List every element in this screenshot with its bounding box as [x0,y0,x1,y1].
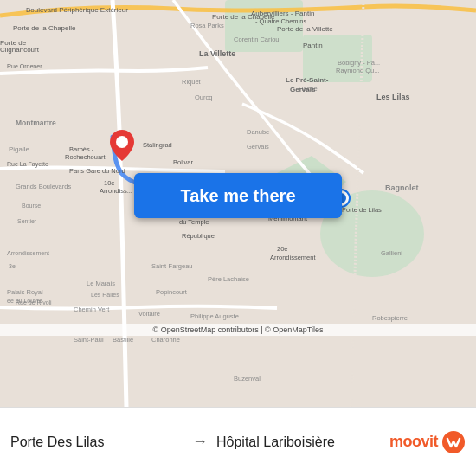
svg-text:Le Marais: Le Marais [87,280,115,287]
svg-text:Danube: Danube [247,128,269,136]
svg-text:Saint-Fargeau: Saint-Fargeau [151,262,193,270]
svg-text:Arrondissement: Arrondissement [7,250,49,256]
svg-text:Porte de la Chapelle: Porte de la Chapelle [212,13,275,21]
svg-text:Pigalle: Pigalle [9,145,30,153]
svg-text:Rue La Fayette: Rue La Fayette [7,161,48,168]
svg-text:Ourcq: Ourcq [195,93,212,101]
svg-text:Rue Ordener: Rue Ordener [7,63,42,69]
svg-text:Gervais: Gervais [247,143,269,151]
moovit-logo-icon [441,430,466,454]
svg-text:Les Halles: Les Halles [91,292,119,298]
svg-text:République: République [182,232,215,240]
svg-text:Arrondissement: Arrondissement [270,254,316,261]
svg-text:Bobigny - Pa...: Bobigny - Pa... [338,59,380,67]
route-info-bar: Porte Des Lilas → Hôpital Lariboisière m… [0,407,476,476]
svg-text:Rochechouart: Rochechouart [65,153,106,161]
map-attribution: © OpenStreetMap contributors | © OpenMap… [0,324,476,336]
svg-text:Rosa Parks: Rosa Parks [190,22,224,29]
svg-text:Charonne: Charonne [151,336,180,344]
svg-text:Buzenval: Buzenval [234,375,261,383]
svg-text:Barbès -: Barbès - [69,145,94,153]
svg-text:Arrondiss...: Arrondiss... [100,187,132,195]
svg-text:Corentin Cariou: Corentin Cariou [234,35,280,43]
svg-text:Bolivar: Bolivar [173,158,193,166]
svg-text:Bourse: Bourse [22,203,41,209]
origin-marker [110,130,134,164]
svg-text:Clignancourt: Clignancourt [0,46,40,54]
svg-text:3e: 3e [9,263,16,269]
svg-text:Porte de Lilas: Porte de Lilas [342,206,382,214]
svg-text:Voltaire: Voltaire [138,310,160,318]
svg-text:Le Pré-Saint-: Le Pré-Saint- [286,76,329,84]
svg-text:Pantin: Pantin [303,42,323,49]
svg-text:Paris Gare du Nord: Paris Gare du Nord [69,167,125,175]
svg-text:Gervais: Gervais [290,86,316,93]
svg-text:Gallieni: Gallieni [381,249,402,257]
map-view: Boulevard Périphérique Extérieur Rue Ord… [0,0,476,407]
route-info: Porte Des Lilas → Hôpital Lariboisière m… [10,430,466,454]
route-origin: Porte Des Lilas [10,434,183,450]
svg-text:Stalingrad: Stalingrad [143,141,172,149]
svg-text:du Temple: du Temple [179,218,209,226]
svg-text:Porte de la Villette: Porte de la Villette [277,25,333,33]
svg-text:Sentier: Sentier [17,218,37,224]
svg-text:Porte de la Chapelle: Porte de la Chapelle [13,24,76,32]
svg-text:La Villette: La Villette [199,49,235,58]
svg-text:Raymond Qu...: Raymond Qu... [336,67,379,74]
take-me-there-button[interactable]: Take me there [134,173,342,218]
svg-text:Philippe Auguste: Philippe Auguste [190,312,239,320]
svg-text:10e: 10e [104,179,115,187]
svg-text:Saint-Paul: Saint-Paul [74,336,104,344]
svg-text:Grands Boulevards: Grands Boulevards [16,183,71,190]
svg-text:Bastille: Bastille [113,336,133,344]
svg-text:Bagnolet: Bagnolet [385,183,419,192]
svg-text:Popincourt: Popincourt [156,288,188,296]
route-destination: Hôpital Lariboisière [216,434,389,450]
svg-text:Montmartre: Montmartre [16,119,56,127]
svg-text:Père Lachaise: Père Lachaise [208,275,249,283]
moovit-logo: moovit [389,430,466,454]
svg-text:Les Lilas: Les Lilas [376,93,410,101]
svg-text:Rue de Rivoli: Rue de Rivoli [16,299,52,306]
svg-text:Palais Royal -: Palais Royal - [7,288,48,296]
svg-text:Boulevard Périphérique Extérie: Boulevard Périphérique Extérieur [26,6,128,14]
svg-text:Chemin Vert: Chemin Vert [74,306,110,313]
svg-text:20e: 20e [277,245,288,253]
svg-text:Robespierre: Robespierre [372,314,408,322]
moovit-brand-name: moovit [389,433,438,451]
svg-text:Riquet: Riquet [182,78,202,86]
svg-point-71 [116,136,128,148]
route-arrow: → [192,433,208,451]
